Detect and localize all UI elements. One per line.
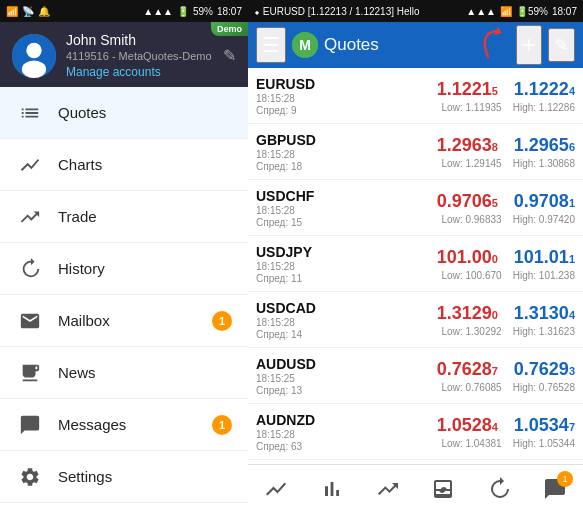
- quote-symbol-6: AUDNZD: [256, 412, 437, 428]
- price-ask-3: 101.011: [514, 247, 575, 268]
- quote-row[interactable]: USDJPY 18:15:28 Спред: 11 101.000 101.01…: [248, 236, 583, 292]
- price-ask-2: 0.97081: [514, 191, 575, 212]
- profile-info: John Smith 4119516 - MetaQuotes-Demo Man…: [66, 32, 213, 79]
- bid-main-5: 0.7628: [437, 359, 492, 380]
- quote-left-1: GBPUSD 18:15:28 Спред: 18: [256, 132, 437, 172]
- price-bid-0: 1.12215: [437, 79, 498, 100]
- messages-badge: 1: [212, 415, 232, 435]
- profile-name: John Smith: [66, 32, 213, 48]
- settings-icon: [16, 463, 44, 491]
- price-bid-2: 0.97065: [437, 191, 498, 212]
- bottom-nav-trade[interactable]: [366, 467, 410, 511]
- quote-row[interactable]: USDCHF 18:15:28 Спред: 15 0.97065 0.9708…: [248, 180, 583, 236]
- history-label: History: [58, 260, 232, 277]
- quote-symbol-2: USDCHF: [256, 188, 437, 204]
- edit-button[interactable]: ✎: [548, 28, 575, 62]
- price-row-5: 0.76287 0.76293: [437, 359, 575, 380]
- bid-sup-2: 5: [492, 197, 498, 209]
- bid-main-4: 1.3129: [437, 303, 492, 324]
- quote-left-4: USDCAD 18:15:28 Спред: 14: [256, 300, 437, 340]
- bottom-nav-history[interactable]: [477, 467, 521, 511]
- bid-main-3: 101.00: [437, 247, 492, 268]
- battery-icon: 🔋: [177, 6, 189, 17]
- svg-point-2: [22, 60, 46, 78]
- hamburger-button[interactable]: ☰: [256, 27, 286, 63]
- quote-row[interactable]: AUDNZD 18:15:28 Спред: 63 1.05284 1.0534…: [248, 404, 583, 460]
- quote-row[interactable]: AUDUSD 18:15:25 Спред: 13 0.76287 0.7629…: [248, 348, 583, 404]
- ask-sup-2: 1: [569, 197, 575, 209]
- mailbox-icon: [16, 307, 44, 335]
- quote-row[interactable]: EURUSD 18:15:28 Спред: 9 1.12215 1.12224…: [248, 68, 583, 124]
- bottom-nav-messages[interactable]: 1: [533, 467, 577, 511]
- bid-main-2: 0.9706: [437, 191, 492, 212]
- ask-sup-6: 7: [569, 421, 575, 433]
- quote-prices-3: 101.000 101.011 Low: 100.670 High: 101.2…: [437, 247, 575, 281]
- sidebar-item-settings[interactable]: Settings: [0, 451, 248, 503]
- quotes-icon: [16, 99, 44, 127]
- header-logo: M: [292, 32, 318, 58]
- sidebar-item-messages[interactable]: Messages 1: [0, 399, 248, 451]
- ask-main-4: 1.3130: [514, 303, 569, 324]
- bid-main-1: 1.2963: [437, 135, 492, 156]
- settings-label: Settings: [58, 468, 232, 485]
- bottom-nav: 1: [248, 464, 583, 512]
- svg-text:M: M: [299, 37, 311, 53]
- bid-sup-0: 5: [492, 85, 498, 97]
- signal-bars: ▲▲▲: [143, 6, 173, 17]
- charts-icon: [16, 151, 44, 179]
- ask-main-3: 101.01: [514, 247, 569, 268]
- quote-symbol-1: GBPUSD: [256, 132, 437, 148]
- ask-main-0: 1.1222: [514, 79, 569, 100]
- header-title: Quotes: [324, 35, 452, 55]
- bottom-nav-quotes[interactable]: [254, 467, 298, 511]
- sidebar-item-charts[interactable]: Charts: [0, 139, 248, 191]
- price-bid-6: 1.05284: [437, 415, 498, 436]
- svg-point-1: [26, 42, 41, 57]
- quote-row[interactable]: USDCAD 18:15:28 Спред: 14 1.31290 1.3130…: [248, 292, 583, 348]
- price-row-4: 1.31290 1.31304: [437, 303, 575, 324]
- quote-spread-6: Спред: 63: [256, 441, 437, 452]
- quote-row[interactable]: GBPUSD 18:15:28 Спред: 18 1.29638 1.2965…: [248, 124, 583, 180]
- add-button[interactable]: +: [516, 25, 542, 65]
- quote-symbol-4: USDCAD: [256, 300, 437, 316]
- price-bid-4: 1.31290: [437, 303, 498, 324]
- bid-main-6: 1.0528: [437, 415, 492, 436]
- sidebar-item-news[interactable]: News: [0, 347, 248, 399]
- sidebar-item-mailbox[interactable]: Mailbox 1: [0, 295, 248, 347]
- messages-icon: [16, 411, 44, 439]
- ask-sup-3: 1: [569, 253, 575, 265]
- bid-sup-5: 7: [492, 365, 498, 377]
- quote-spread-4: Спред: 14: [256, 329, 437, 340]
- ask-sup-1: 6: [569, 141, 575, 153]
- price-ask-4: 1.31304: [514, 303, 575, 324]
- manage-accounts-link[interactable]: Manage accounts: [66, 65, 213, 79]
- quote-left-5: AUDUSD 18:15:25 Спред: 13: [256, 356, 437, 396]
- sidebar-item-quotes[interactable]: Quotes: [0, 87, 248, 139]
- sidebar-item-journal[interactable]: Journal: [0, 503, 248, 512]
- bottom-nav-inbox[interactable]: [421, 467, 465, 511]
- demo-badge: Demo: [211, 22, 248, 36]
- ask-main-2: 0.9708: [514, 191, 569, 212]
- quote-time-5: 18:15:25: [256, 373, 437, 384]
- bid-sup-4: 0: [492, 309, 498, 321]
- bottom-nav-charts[interactable]: [310, 467, 354, 511]
- profile-edit-icon[interactable]: ✎: [223, 46, 236, 65]
- quote-prices-2: 0.97065 0.97081 Low: 0.96833 High: 0.974…: [437, 191, 575, 225]
- price-bid-3: 101.000: [437, 247, 498, 268]
- messages-label: Messages: [58, 416, 212, 433]
- ask-main-6: 1.0534: [514, 415, 569, 436]
- ticker-info: ⬥ EURUSD [1.12213 / 1.12213] Hello: [254, 6, 420, 17]
- bid-sup-6: 4: [492, 421, 498, 433]
- bid-sup-3: 0: [492, 253, 498, 265]
- quote-time-6: 18:15:28: [256, 429, 437, 440]
- trade-icon: [16, 203, 44, 231]
- ask-sup-0: 4: [569, 85, 575, 97]
- bid-main-0: 1.1221: [437, 79, 492, 100]
- quote-prices-0: 1.12215 1.12224 Low: 1.11935 High: 1.122…: [437, 79, 575, 113]
- sidebar-item-history[interactable]: History: [0, 243, 248, 295]
- quote-time-3: 18:15:28: [256, 261, 437, 272]
- profile-section: John Smith 4119516 - MetaQuotes-Demo Man…: [0, 22, 248, 87]
- quote-spread-1: Спред: 18: [256, 161, 437, 172]
- sidebar-item-trade[interactable]: Trade: [0, 191, 248, 243]
- quote-left-0: EURUSD 18:15:28 Спред: 9: [256, 76, 437, 116]
